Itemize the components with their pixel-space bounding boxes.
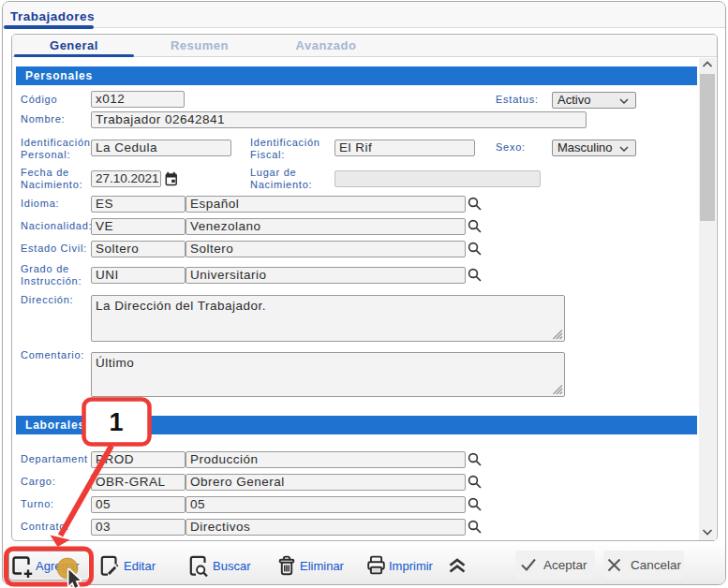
svg-text:1: 1 [109, 408, 123, 436]
